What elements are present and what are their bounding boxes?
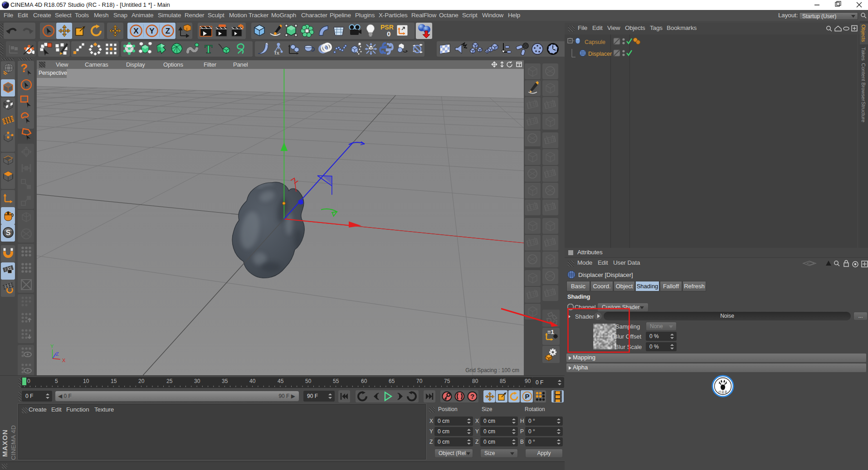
svg-text:65: 65 — [389, 378, 395, 384]
svg-text:Grid Spacing : 100 cm: Grid Spacing : 100 cm — [465, 367, 519, 373]
svg-text:10: 10 — [83, 378, 89, 384]
svg-text:80: 80 — [472, 378, 478, 384]
svg-text:P: P — [525, 392, 529, 400]
svg-text:40: 40 — [249, 378, 256, 384]
svg-text:Y: Y — [149, 27, 155, 35]
svg-text:?: ? — [470, 392, 474, 400]
svg-text:5: 5 — [55, 378, 58, 384]
svg-text:S: S — [6, 229, 11, 237]
svg-text:15: 15 — [111, 378, 117, 384]
svg-text:0: 0 — [27, 378, 30, 384]
svg-text:85: 85 — [500, 378, 506, 384]
svg-text:70: 70 — [416, 378, 423, 384]
svg-text:Y: Y — [50, 344, 54, 349]
svg-text:MAXON: MAXON — [1, 429, 9, 457]
svg-text:35: 35 — [222, 378, 228, 384]
svg-text:行走者: 行走者 — [718, 390, 727, 394]
svg-text:fx: fx — [274, 49, 280, 56]
svg-text:CINEMA 4D: CINEMA 4D — [10, 425, 17, 460]
svg-text:Z: Z — [56, 351, 59, 357]
svg-text:55: 55 — [333, 378, 339, 384]
svg-text:X: X — [62, 358, 66, 363]
svg-text:50: 50 — [305, 378, 312, 384]
svg-text:90: 90 — [525, 378, 531, 384]
svg-text:0: 0 — [387, 30, 390, 38]
svg-text:X: X — [133, 27, 139, 35]
svg-text:30: 30 — [194, 378, 200, 384]
svg-text:?: ? — [20, 62, 28, 75]
svg-text:T: T — [205, 43, 212, 56]
svg-text:25: 25 — [166, 378, 173, 384]
svg-text:Z: Z — [166, 27, 170, 35]
svg-text:Displacer: Displacer — [588, 51, 612, 57]
svg-text:20: 20 — [138, 378, 145, 384]
svg-text:45: 45 — [278, 378, 284, 384]
svg-text:Capsule: Capsule — [585, 39, 605, 45]
svg-text:60: 60 — [361, 378, 367, 384]
svg-text:75: 75 — [444, 378, 450, 384]
